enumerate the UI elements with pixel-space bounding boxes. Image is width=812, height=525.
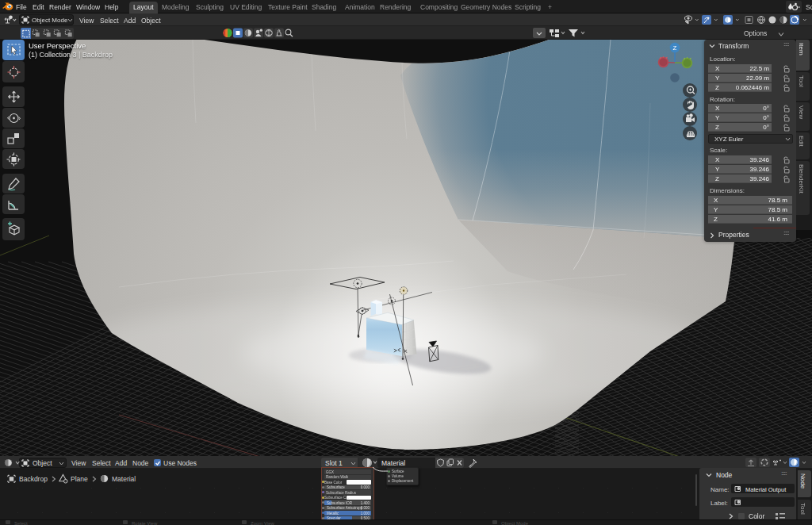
svg-text:Z: Z [673,44,677,52]
